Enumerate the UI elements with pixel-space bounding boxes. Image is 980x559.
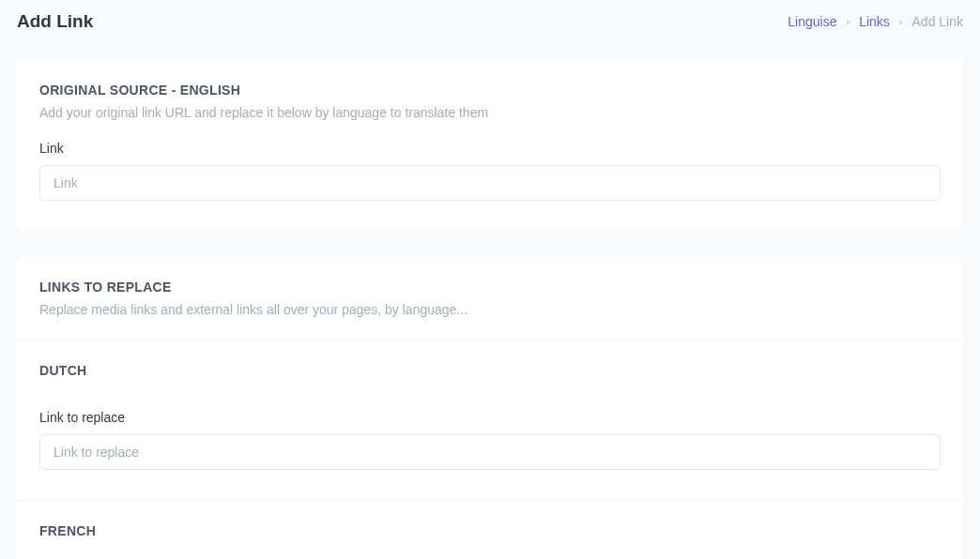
source-section-title: ORIGINAL SOURCE - ENGLISH bbox=[39, 83, 941, 98]
link-label: Link bbox=[39, 141, 941, 156]
replace-section-description: Replace media links and external links a… bbox=[39, 302, 941, 317]
chevron-right-icon: › bbox=[846, 16, 850, 27]
page-title: Add Link bbox=[17, 11, 93, 32]
dutch-link-label: Link to replace bbox=[39, 410, 941, 425]
page-header: Add Link Linguise › Links › Add Link bbox=[0, 0, 980, 49]
language-section-dutch: DUTCH Link to replace bbox=[17, 340, 963, 500]
replace-section-title: LINKS TO REPLACE bbox=[39, 280, 941, 295]
card-body: ORIGINAL SOURCE - ENGLISH Add your origi… bbox=[17, 60, 963, 231]
chevron-right-icon: › bbox=[899, 16, 903, 27]
language-section-french: FRENCH bbox=[17, 500, 963, 559]
language-name-dutch: DUTCH bbox=[39, 363, 941, 378]
original-link-input[interactable] bbox=[39, 165, 941, 201]
breadcrumb-current: Add Link bbox=[912, 14, 963, 29]
original-source-card: ORIGINAL SOURCE - ENGLISH Add your origi… bbox=[17, 60, 963, 231]
dutch-link-input[interactable] bbox=[39, 434, 941, 470]
breadcrumb: Linguise › Links › Add Link bbox=[788, 14, 963, 29]
language-name-french: FRENCH bbox=[39, 523, 941, 538]
breadcrumb-links[interactable]: Links bbox=[859, 14, 890, 29]
source-section-description: Add your original link URL and replace i… bbox=[39, 105, 941, 120]
links-to-replace-card: LINKS TO REPLACE Replace media links and… bbox=[17, 257, 963, 559]
replace-card-header: LINKS TO REPLACE Replace media links and… bbox=[17, 257, 963, 340]
breadcrumb-root[interactable]: Linguise bbox=[788, 14, 836, 29]
